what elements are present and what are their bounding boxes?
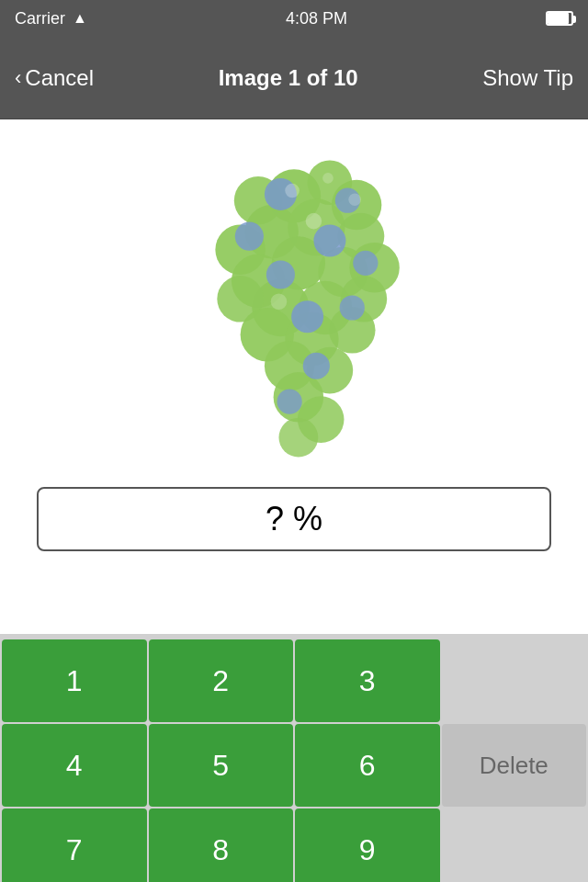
svg-point-31 bbox=[340, 295, 365, 320]
key-4-button[interactable]: 4 bbox=[2, 724, 147, 807]
wifi-icon: ▲ bbox=[73, 10, 87, 27]
main-content: ? % bbox=[0, 119, 588, 634]
nav-bar: ‹ Cancel Image 1 of 10 Show Tip bbox=[0, 37, 588, 119]
answer-input-box[interactable]: ? % bbox=[37, 487, 551, 551]
key-8-button[interactable]: 8 bbox=[149, 808, 294, 882]
svg-point-26 bbox=[235, 222, 264, 251]
svg-point-27 bbox=[313, 225, 345, 257]
key-1-button[interactable]: 1 bbox=[2, 639, 147, 722]
delete-button[interactable]: Delete bbox=[442, 724, 587, 807]
svg-point-30 bbox=[291, 300, 323, 333]
status-bar: Carrier ▲ 4:08 PM bbox=[0, 0, 588, 37]
time-label: 4:08 PM bbox=[286, 9, 347, 28]
keypad-area: 1 2 3 4 5 6 Delete 7 8 9 bbox=[0, 634, 588, 882]
svg-point-28 bbox=[353, 251, 378, 276]
key-empty-2 bbox=[442, 808, 587, 882]
key-6-button[interactable]: 6 bbox=[295, 724, 440, 807]
svg-point-36 bbox=[348, 193, 361, 206]
key-empty-1 bbox=[442, 639, 587, 722]
key-7-button[interactable]: 7 bbox=[2, 808, 147, 882]
cell-image-area bbox=[138, 138, 450, 478]
status-left: Carrier ▲ bbox=[15, 9, 87, 28]
key-3-button[interactable]: 3 bbox=[295, 639, 440, 722]
key-5-button[interactable]: 5 bbox=[149, 724, 294, 807]
back-chevron-icon: ‹ bbox=[15, 66, 21, 90]
svg-point-35 bbox=[322, 173, 334, 184]
svg-point-32 bbox=[303, 353, 330, 379]
svg-point-23 bbox=[278, 418, 318, 458]
svg-point-34 bbox=[285, 184, 300, 198]
carrier-label: Carrier bbox=[15, 9, 65, 28]
key-9-button[interactable]: 9 bbox=[295, 808, 440, 882]
svg-point-33 bbox=[277, 390, 302, 414]
svg-point-37 bbox=[306, 213, 322, 230]
show-tip-button[interactable]: Show Tip bbox=[482, 65, 573, 91]
key-2-button[interactable]: 2 bbox=[149, 639, 294, 722]
battery-icon bbox=[546, 11, 573, 26]
cell-cluster-image bbox=[138, 142, 450, 473]
answer-display: ? % bbox=[266, 500, 322, 538]
cancel-button[interactable]: ‹ Cancel bbox=[15, 65, 94, 91]
cancel-label: Cancel bbox=[25, 65, 94, 91]
svg-point-29 bbox=[266, 260, 295, 288]
nav-title: Image 1 of 10 bbox=[219, 65, 358, 91]
keypad-grid: 1 2 3 4 5 6 Delete 7 8 9 bbox=[0, 638, 588, 882]
battery-fill bbox=[548, 13, 569, 24]
svg-point-38 bbox=[271, 293, 288, 310]
